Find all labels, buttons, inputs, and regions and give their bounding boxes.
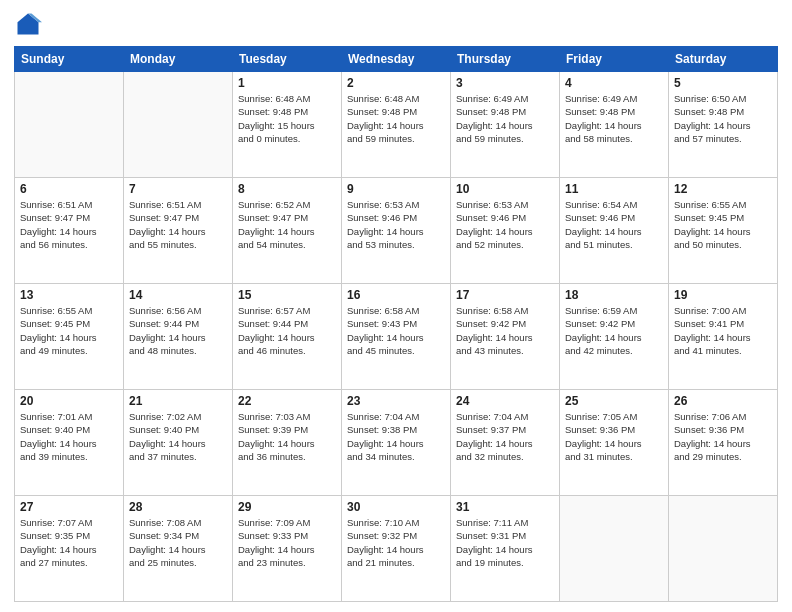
calendar-cell: 17Sunrise: 6:58 AM Sunset: 9:42 PM Dayli… [451, 284, 560, 390]
calendar-cell [669, 496, 778, 602]
calendar-cell: 7Sunrise: 6:51 AM Sunset: 9:47 PM Daylig… [124, 178, 233, 284]
day-number: 8 [238, 182, 336, 196]
calendar-cell: 6Sunrise: 6:51 AM Sunset: 9:47 PM Daylig… [15, 178, 124, 284]
weekday-header-row: SundayMondayTuesdayWednesdayThursdayFrid… [15, 47, 778, 72]
day-info: Sunrise: 7:03 AM Sunset: 9:39 PM Dayligh… [238, 410, 336, 463]
day-info: Sunrise: 6:48 AM Sunset: 9:48 PM Dayligh… [347, 92, 445, 145]
calendar-cell: 24Sunrise: 7:04 AM Sunset: 9:37 PM Dayli… [451, 390, 560, 496]
calendar-cell: 5Sunrise: 6:50 AM Sunset: 9:48 PM Daylig… [669, 72, 778, 178]
day-info: Sunrise: 6:57 AM Sunset: 9:44 PM Dayligh… [238, 304, 336, 357]
day-info: Sunrise: 6:59 AM Sunset: 9:42 PM Dayligh… [565, 304, 663, 357]
day-info: Sunrise: 7:11 AM Sunset: 9:31 PM Dayligh… [456, 516, 554, 569]
calendar-cell: 26Sunrise: 7:06 AM Sunset: 9:36 PM Dayli… [669, 390, 778, 496]
day-info: Sunrise: 7:04 AM Sunset: 9:38 PM Dayligh… [347, 410, 445, 463]
day-info: Sunrise: 6:58 AM Sunset: 9:43 PM Dayligh… [347, 304, 445, 357]
day-number: 20 [20, 394, 118, 408]
calendar-cell: 16Sunrise: 6:58 AM Sunset: 9:43 PM Dayli… [342, 284, 451, 390]
header [14, 10, 778, 38]
day-number: 3 [456, 76, 554, 90]
day-number: 9 [347, 182, 445, 196]
weekday-header-tuesday: Tuesday [233, 47, 342, 72]
day-info: Sunrise: 7:06 AM Sunset: 9:36 PM Dayligh… [674, 410, 772, 463]
calendar-table: SundayMondayTuesdayWednesdayThursdayFrid… [14, 46, 778, 602]
day-number: 28 [129, 500, 227, 514]
day-number: 11 [565, 182, 663, 196]
day-info: Sunrise: 7:04 AM Sunset: 9:37 PM Dayligh… [456, 410, 554, 463]
day-info: Sunrise: 6:53 AM Sunset: 9:46 PM Dayligh… [456, 198, 554, 251]
logo-icon [14, 10, 42, 38]
day-info: Sunrise: 6:50 AM Sunset: 9:48 PM Dayligh… [674, 92, 772, 145]
calendar-cell: 14Sunrise: 6:56 AM Sunset: 9:44 PM Dayli… [124, 284, 233, 390]
day-number: 10 [456, 182, 554, 196]
calendar-cell: 22Sunrise: 7:03 AM Sunset: 9:39 PM Dayli… [233, 390, 342, 496]
day-number: 26 [674, 394, 772, 408]
calendar-cell: 1Sunrise: 6:48 AM Sunset: 9:48 PM Daylig… [233, 72, 342, 178]
day-info: Sunrise: 7:01 AM Sunset: 9:40 PM Dayligh… [20, 410, 118, 463]
day-number: 14 [129, 288, 227, 302]
day-info: Sunrise: 6:55 AM Sunset: 9:45 PM Dayligh… [20, 304, 118, 357]
day-info: Sunrise: 6:58 AM Sunset: 9:42 PM Dayligh… [456, 304, 554, 357]
day-number: 22 [238, 394, 336, 408]
calendar-cell: 30Sunrise: 7:10 AM Sunset: 9:32 PM Dayli… [342, 496, 451, 602]
calendar-cell: 2Sunrise: 6:48 AM Sunset: 9:48 PM Daylig… [342, 72, 451, 178]
day-number: 2 [347, 76, 445, 90]
day-number: 23 [347, 394, 445, 408]
calendar-cell [124, 72, 233, 178]
calendar-cell: 28Sunrise: 7:08 AM Sunset: 9:34 PM Dayli… [124, 496, 233, 602]
week-row-4: 20Sunrise: 7:01 AM Sunset: 9:40 PM Dayli… [15, 390, 778, 496]
calendar-cell: 25Sunrise: 7:05 AM Sunset: 9:36 PM Dayli… [560, 390, 669, 496]
day-number: 25 [565, 394, 663, 408]
calendar-cell: 15Sunrise: 6:57 AM Sunset: 9:44 PM Dayli… [233, 284, 342, 390]
day-number: 24 [456, 394, 554, 408]
calendar-cell: 8Sunrise: 6:52 AM Sunset: 9:47 PM Daylig… [233, 178, 342, 284]
day-info: Sunrise: 6:51 AM Sunset: 9:47 PM Dayligh… [20, 198, 118, 251]
day-number: 30 [347, 500, 445, 514]
day-info: Sunrise: 7:10 AM Sunset: 9:32 PM Dayligh… [347, 516, 445, 569]
day-number: 31 [456, 500, 554, 514]
calendar-cell: 10Sunrise: 6:53 AM Sunset: 9:46 PM Dayli… [451, 178, 560, 284]
day-number: 1 [238, 76, 336, 90]
calendar-cell: 23Sunrise: 7:04 AM Sunset: 9:38 PM Dayli… [342, 390, 451, 496]
weekday-header-thursday: Thursday [451, 47, 560, 72]
day-info: Sunrise: 7:08 AM Sunset: 9:34 PM Dayligh… [129, 516, 227, 569]
day-info: Sunrise: 6:55 AM Sunset: 9:45 PM Dayligh… [674, 198, 772, 251]
day-number: 7 [129, 182, 227, 196]
day-info: Sunrise: 6:49 AM Sunset: 9:48 PM Dayligh… [456, 92, 554, 145]
day-number: 17 [456, 288, 554, 302]
day-number: 18 [565, 288, 663, 302]
weekday-header-sunday: Sunday [15, 47, 124, 72]
logo [14, 10, 46, 38]
calendar-cell: 19Sunrise: 7:00 AM Sunset: 9:41 PM Dayli… [669, 284, 778, 390]
weekday-header-wednesday: Wednesday [342, 47, 451, 72]
day-number: 15 [238, 288, 336, 302]
calendar-cell: 9Sunrise: 6:53 AM Sunset: 9:46 PM Daylig… [342, 178, 451, 284]
day-number: 6 [20, 182, 118, 196]
weekday-header-saturday: Saturday [669, 47, 778, 72]
day-number: 4 [565, 76, 663, 90]
calendar-cell: 4Sunrise: 6:49 AM Sunset: 9:48 PM Daylig… [560, 72, 669, 178]
day-info: Sunrise: 6:49 AM Sunset: 9:48 PM Dayligh… [565, 92, 663, 145]
calendar-cell: 3Sunrise: 6:49 AM Sunset: 9:48 PM Daylig… [451, 72, 560, 178]
calendar-cell [560, 496, 669, 602]
calendar-cell: 11Sunrise: 6:54 AM Sunset: 9:46 PM Dayli… [560, 178, 669, 284]
day-number: 21 [129, 394, 227, 408]
calendar-cell: 12Sunrise: 6:55 AM Sunset: 9:45 PM Dayli… [669, 178, 778, 284]
day-number: 29 [238, 500, 336, 514]
day-info: Sunrise: 6:54 AM Sunset: 9:46 PM Dayligh… [565, 198, 663, 251]
day-number: 19 [674, 288, 772, 302]
day-info: Sunrise: 6:52 AM Sunset: 9:47 PM Dayligh… [238, 198, 336, 251]
day-info: Sunrise: 7:00 AM Sunset: 9:41 PM Dayligh… [674, 304, 772, 357]
calendar-cell: 29Sunrise: 7:09 AM Sunset: 9:33 PM Dayli… [233, 496, 342, 602]
day-info: Sunrise: 6:51 AM Sunset: 9:47 PM Dayligh… [129, 198, 227, 251]
svg-marker-0 [18, 14, 39, 35]
day-info: Sunrise: 7:07 AM Sunset: 9:35 PM Dayligh… [20, 516, 118, 569]
day-number: 13 [20, 288, 118, 302]
day-number: 12 [674, 182, 772, 196]
calendar-cell [15, 72, 124, 178]
day-number: 5 [674, 76, 772, 90]
week-row-1: 1Sunrise: 6:48 AM Sunset: 9:48 PM Daylig… [15, 72, 778, 178]
day-info: Sunrise: 7:05 AM Sunset: 9:36 PM Dayligh… [565, 410, 663, 463]
weekday-header-monday: Monday [124, 47, 233, 72]
calendar-cell: 21Sunrise: 7:02 AM Sunset: 9:40 PM Dayli… [124, 390, 233, 496]
calendar-cell: 27Sunrise: 7:07 AM Sunset: 9:35 PM Dayli… [15, 496, 124, 602]
